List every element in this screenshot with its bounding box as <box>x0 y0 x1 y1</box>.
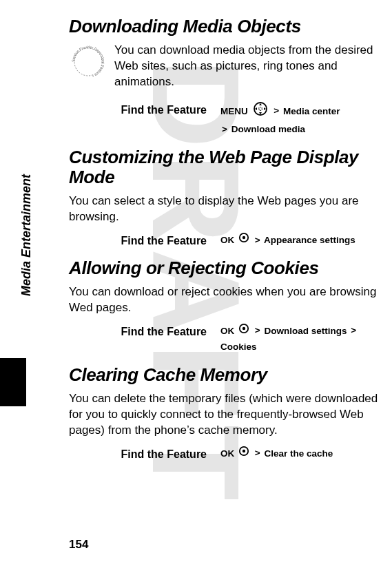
gt-icon: > <box>255 233 260 249</box>
svg-point-5 <box>243 236 245 239</box>
center-key-icon <box>238 446 249 462</box>
svg-point-3 <box>258 107 262 110</box>
feature-path-downloading: MENU > Media center > Download media <box>220 101 378 138</box>
path-cookies: Cookies <box>220 342 257 352</box>
intro-row: Service Provider Dependent Feature • You… <box>69 43 378 97</box>
feature-path-cookies: OK > Download settings > Cookies <box>220 323 378 355</box>
find-the-feature-label: Find the Feature <box>69 323 220 338</box>
feature-row-downloading: Find the Feature MENU > Media center > D… <box>69 101 378 138</box>
gt-icon: > <box>222 122 227 138</box>
feature-row-cache: Find the Feature OK > Clear the cache <box>69 446 378 462</box>
find-the-feature-label: Find the Feature <box>69 101 220 116</box>
path-download-settings: Download settings <box>264 325 347 335</box>
feature-path-cache: OK > Clear the cache <box>220 446 378 462</box>
svg-text:Service Provider Dependent Fea: Service Provider Dependent Feature • <box>71 45 105 79</box>
body-customizing: You can select a style to display the We… <box>69 194 378 225</box>
feature-path-customizing: OK > Appearance settings <box>220 232 378 249</box>
ok-key-label: OK <box>220 448 234 458</box>
gt-icon: > <box>274 103 279 119</box>
ok-key-label: OK <box>220 235 234 245</box>
path-download-media: Download media <box>231 124 305 134</box>
gt-icon: > <box>255 323 260 339</box>
gt-icon: > <box>351 323 356 339</box>
service-provider-dependent-icon: Service Provider Dependent Feature • <box>69 43 107 81</box>
path-media-center: Media center <box>283 105 340 116</box>
menu-key-label: MENU <box>220 105 248 116</box>
feature-row-customizing: Find the Feature OK > Appearance setting… <box>69 232 378 249</box>
center-key-icon <box>238 232 249 249</box>
svg-point-7 <box>243 327 245 330</box>
heading-downloading: Downloading Media Objects <box>69 17 378 37</box>
body-downloading: You can download media objects from the … <box>114 43 378 90</box>
body-cache: You can delete the temporary files (whic… <box>69 391 378 439</box>
feature-row-cookies: Find the Feature OK > Download settings … <box>69 323 378 355</box>
gt-icon: > <box>255 446 260 461</box>
find-the-feature-label: Find the Feature <box>69 232 220 247</box>
heading-cookies: Allowing or Rejecting Cookies <box>69 258 378 279</box>
find-the-feature-label: Find the Feature <box>69 446 220 461</box>
nav-key-icon <box>252 101 269 122</box>
heading-cache: Clearing Cache Memory <box>69 365 378 386</box>
path-clear-cache: Clear the cache <box>264 448 333 458</box>
center-key-icon <box>238 323 249 340</box>
heading-customizing: Customizing the Web Page Display Mode <box>69 147 378 189</box>
body-cookies: You can download or reject cookies when … <box>69 284 378 316</box>
svg-point-9 <box>243 449 245 452</box>
path-appearance-settings: Appearance settings <box>264 235 355 245</box>
page-content: Downloading Media Objects Service Provid… <box>0 0 392 564</box>
ok-key-label: OK <box>220 325 234 335</box>
